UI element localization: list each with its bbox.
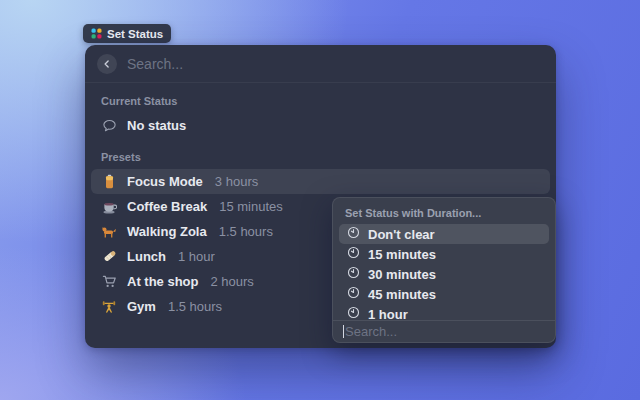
battery-icon	[101, 174, 117, 189]
set-status-chip[interactable]: Set Status	[83, 24, 171, 43]
preset-label: Coffee Break	[127, 199, 207, 214]
clock-icon	[347, 306, 360, 320]
preset-duration: 1.5 hours	[168, 299, 222, 314]
clock-icon	[347, 226, 360, 242]
speech-bubble-icon	[101, 118, 117, 133]
preset-label: Walking Zola	[127, 224, 207, 239]
preset-duration: 3 hours	[215, 174, 258, 189]
duration-item-15-minutes[interactable]: 15 minutes	[339, 244, 549, 264]
preset-duration: 1 hour	[178, 249, 215, 264]
current-status-item[interactable]: No status	[85, 113, 556, 139]
clock-icon	[347, 286, 360, 302]
preset-label: Focus Mode	[127, 174, 203, 189]
duration-item-label: 1 hour	[368, 307, 408, 321]
duration-item-label: Don't clear	[368, 227, 435, 242]
duration-popover: Set Status with Duration... Don't clear …	[332, 197, 556, 343]
duration-item-30-minutes[interactable]: 30 minutes	[339, 264, 549, 284]
preset-duration: 1.5 hours	[219, 224, 273, 239]
burrito-icon	[101, 249, 117, 264]
preset-focus-mode[interactable]: Focus Mode 3 hours	[91, 169, 550, 194]
duration-item-1-hour[interactable]: 1 hour	[339, 304, 549, 320]
duration-item-label: 45 minutes	[368, 287, 436, 302]
shopping-cart-icon	[101, 274, 117, 289]
back-button[interactable]	[97, 54, 117, 74]
chevron-left-icon	[101, 58, 113, 70]
preset-label: At the shop	[127, 274, 199, 289]
current-status-label: No status	[127, 118, 186, 133]
text-cursor	[343, 325, 344, 338]
duration-item-label: 30 minutes	[368, 267, 436, 282]
search-bar	[85, 45, 556, 83]
duration-search-bar	[333, 320, 555, 342]
duration-popover-title: Set Status with Duration...	[333, 198, 555, 224]
weightlifter-icon	[101, 299, 117, 314]
duration-item-dont-clear[interactable]: Don't clear	[339, 224, 549, 244]
duration-list: Don't clear 15 minutes 30 minutes	[333, 224, 555, 320]
presets-section-label: Presets	[85, 139, 556, 169]
current-status-section-label: Current Status	[85, 83, 556, 113]
duration-item-45-minutes[interactable]: 45 minutes	[339, 284, 549, 304]
slack-icon	[91, 28, 102, 39]
preset-label: Gym	[127, 299, 156, 314]
search-input[interactable]	[127, 56, 544, 72]
dog-icon	[101, 225, 117, 239]
coffee-icon	[101, 200, 117, 214]
duration-search-input[interactable]	[345, 324, 545, 339]
clock-icon	[347, 246, 360, 262]
set-status-chip-label: Set Status	[107, 28, 163, 40]
duration-item-label: 15 minutes	[368, 247, 436, 262]
preset-duration: 15 minutes	[219, 199, 283, 214]
clock-icon	[347, 266, 360, 282]
preset-label: Lunch	[127, 249, 166, 264]
preset-duration: 2 hours	[211, 274, 254, 289]
